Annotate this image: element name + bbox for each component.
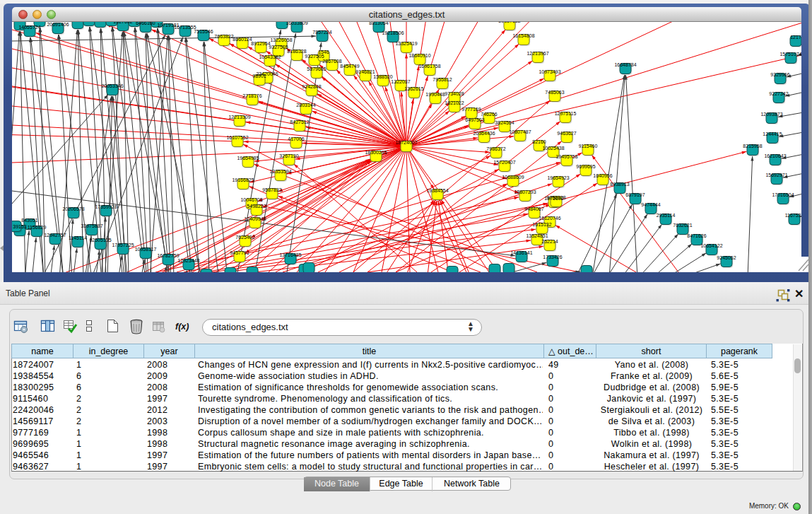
svg-text:12213967: 12213967 xyxy=(526,51,548,56)
svg-text:8813054: 8813054 xyxy=(369,22,388,25)
svg-text:7857224: 7857224 xyxy=(312,30,331,35)
svg-text:16782759: 16782759 xyxy=(157,253,179,258)
svg-text:10654122: 10654122 xyxy=(700,243,722,248)
svg-text:20053346: 20053346 xyxy=(101,83,123,88)
svg-text:98901: 98901 xyxy=(252,74,266,78)
svg-text:9457791: 9457791 xyxy=(230,250,249,255)
svg-text:15751074: 15751074 xyxy=(779,52,801,57)
svg-text:10973493: 10973493 xyxy=(539,69,560,74)
svg-text:17016504: 17016504 xyxy=(772,192,794,197)
svg-text:2935114: 2935114 xyxy=(657,213,676,218)
svg-text:9327505: 9327505 xyxy=(269,45,288,49)
svg-text:19166825: 19166825 xyxy=(232,177,254,182)
svg-text:18300295: 18300295 xyxy=(365,150,387,155)
svg-text:10046708: 10046708 xyxy=(240,197,262,202)
svg-text:12923448: 12923448 xyxy=(177,258,199,263)
svg-text:8471626: 8471626 xyxy=(687,233,706,238)
svg-text:1640956: 1640956 xyxy=(593,173,612,178)
svg-text:8912954: 8912954 xyxy=(251,41,270,46)
svg-text:1322037: 1322037 xyxy=(391,79,410,84)
svg-text:16648784: 16648784 xyxy=(614,62,636,67)
svg-text:8660124: 8660124 xyxy=(233,37,252,42)
svg-text:19384554: 19384554 xyxy=(426,188,448,193)
svg-text:9474444: 9474444 xyxy=(641,202,660,207)
svg-text:7515546: 7515546 xyxy=(194,29,213,34)
svg-text:20187682: 20187682 xyxy=(498,22,520,23)
svg-text:16961758: 16961758 xyxy=(418,64,440,69)
svg-text:18724007: 18724007 xyxy=(395,140,417,145)
svg-text:843051: 843051 xyxy=(21,218,37,223)
svg-text:9227342: 9227342 xyxy=(769,91,788,96)
svg-text:13524851: 13524851 xyxy=(526,233,548,238)
svg-text:2867608: 2867608 xyxy=(322,59,341,64)
svg-text:7663822: 7663822 xyxy=(214,34,233,39)
svg-text:9146821: 9146821 xyxy=(355,69,375,74)
svg-text:10543382: 10543382 xyxy=(259,54,281,59)
svg-text:6497503: 6497503 xyxy=(465,117,484,122)
svg-text:1990448: 1990448 xyxy=(425,92,445,97)
svg-text:13325419: 13325419 xyxy=(395,41,417,46)
svg-text:17359928: 17359928 xyxy=(95,204,117,209)
svg-text:8215958: 8215958 xyxy=(743,144,762,148)
svg-text:16120746: 16120746 xyxy=(539,216,560,221)
svg-text:1588520: 1588520 xyxy=(373,74,392,79)
svg-text:1733426: 1733426 xyxy=(543,255,562,259)
svg-text:1362615: 1362615 xyxy=(404,86,423,91)
svg-text:8454749: 8454749 xyxy=(340,64,359,69)
svg-text:9245052: 9245052 xyxy=(717,255,736,260)
svg-text:14055724: 14055724 xyxy=(18,25,40,30)
svg-text:6466160: 6466160 xyxy=(136,22,155,25)
svg-text:9329966: 9329966 xyxy=(770,72,789,77)
svg-text:7625402: 7625402 xyxy=(235,235,254,240)
svg-text:18640910: 18640910 xyxy=(408,53,430,58)
svg-text:417006: 417006 xyxy=(288,136,304,141)
svg-text:8938913: 8938913 xyxy=(610,182,629,187)
svg-text:10807487: 10807487 xyxy=(509,129,531,134)
svg-text:17957225: 17957225 xyxy=(112,243,134,247)
svg-text:9777169: 9777169 xyxy=(461,107,481,112)
svg-text:7986372: 7986372 xyxy=(486,146,505,151)
svg-text:20364436: 20364436 xyxy=(473,131,495,136)
svg-text:1546: 1546 xyxy=(318,49,329,54)
svg-text:5879685: 5879685 xyxy=(307,66,326,71)
svg-text:10688609: 10688609 xyxy=(502,175,524,180)
svg-text:1244415: 1244415 xyxy=(763,132,782,136)
svg-text:9484067: 9484067 xyxy=(524,206,543,211)
svg-text:12353594: 12353594 xyxy=(269,169,291,174)
svg-text:20691406: 20691406 xyxy=(47,22,69,27)
svg-text:12505135: 12505135 xyxy=(89,238,111,243)
svg-text:7632621: 7632621 xyxy=(673,223,692,228)
svg-text:f(x): f(x) xyxy=(175,322,189,332)
svg-text:12942757: 12942757 xyxy=(44,233,66,238)
svg-text:2718176: 2718176 xyxy=(242,93,261,98)
svg-text:746266: 746266 xyxy=(481,112,497,117)
svg-text:16210643: 16210643 xyxy=(764,153,786,158)
svg-text:3267130: 3267130 xyxy=(279,153,298,158)
svg-text:9242848: 9242848 xyxy=(302,84,321,89)
svg-text:1145114: 1145114 xyxy=(69,235,87,240)
svg-text:8186328: 8186328 xyxy=(287,49,306,54)
svg-text:19495758: 19495758 xyxy=(555,154,577,159)
svg-text:9587833: 9587833 xyxy=(262,187,281,192)
svg-text:16154808: 16154808 xyxy=(512,33,534,38)
svg-text:15720407: 15720407 xyxy=(493,160,515,165)
svg-text:1217: 1217 xyxy=(790,35,801,40)
svg-text:9756928: 9756928 xyxy=(546,195,565,200)
svg-text:9463627: 9463627 xyxy=(557,131,576,136)
svg-text:1621022: 1621022 xyxy=(445,100,464,105)
svg-text:12409948: 12409948 xyxy=(244,216,266,221)
svg-text:82160: 82160 xyxy=(532,139,546,144)
svg-text:7485063: 7485063 xyxy=(545,90,564,95)
svg-text:12213309: 12213309 xyxy=(228,115,250,119)
svg-text:19218506: 19218506 xyxy=(382,30,404,35)
svg-text:33975887: 33975887 xyxy=(81,223,102,228)
svg-text:10958117: 10958117 xyxy=(135,247,157,252)
svg-text:39153: 39153 xyxy=(13,224,27,229)
svg-text:16033809: 16033809 xyxy=(286,22,307,25)
svg-text:19654985: 19654985 xyxy=(237,156,259,160)
svg-text:14136141: 14136141 xyxy=(510,250,532,255)
svg-text:252214: 252214 xyxy=(541,239,558,244)
svg-text:1156829: 1156829 xyxy=(28,225,47,230)
svg-text:13716485: 13716485 xyxy=(279,252,301,257)
svg-text:8427512: 8427512 xyxy=(290,119,309,124)
